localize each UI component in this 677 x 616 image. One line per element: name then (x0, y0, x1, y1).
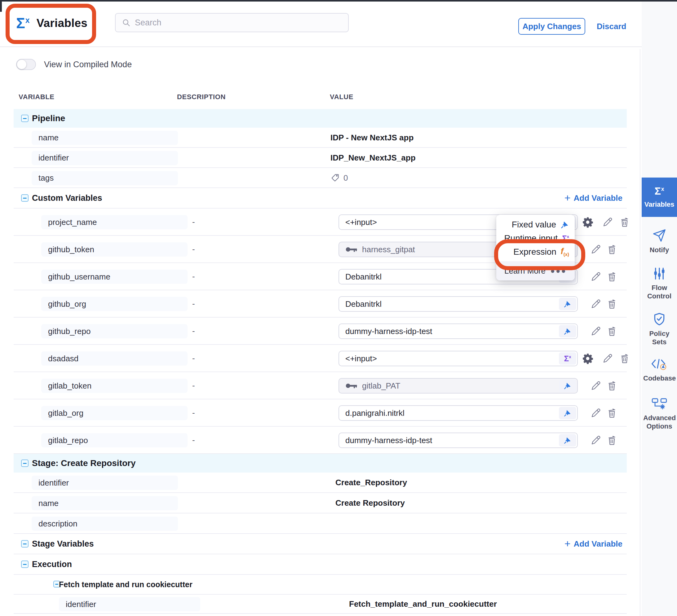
column-header-value: VALUE (330, 93, 353, 101)
field-row-name: nameIDP - New NextJS app (14, 128, 627, 148)
value-input[interactable]: dummy-harness-idp-test (338, 324, 578, 339)
menu-item-expression[interactable]: Expression f(x) (496, 245, 575, 259)
field-row-empty (14, 614, 627, 616)
section-label: Execution (32, 560, 72, 569)
tab-codebase[interactable]: Codebase (642, 357, 677, 383)
collapse-icon[interactable] (21, 540, 29, 548)
edit-variable-button[interactable] (590, 298, 602, 310)
search-input[interactable]: Search (115, 13, 349, 32)
collapse-icon[interactable] (21, 561, 29, 568)
delete-variable-button[interactable] (606, 407, 618, 419)
variable-name-label: project_name (41, 215, 187, 229)
gear-icon[interactable] (582, 216, 594, 228)
edit-variable-button[interactable] (590, 243, 602, 256)
value-input[interactable]: d.panigrahi.nitrkl (338, 405, 578, 421)
compiled-mode-toggle[interactable] (16, 59, 36, 70)
add-variable-button[interactable]: +Add Variable (565, 539, 623, 549)
pencil-icon[interactable] (602, 217, 613, 228)
fixed-value-type-button[interactable] (559, 434, 576, 446)
scrollbar-track[interactable] (640, 49, 640, 616)
field-row-tags: tags0 (14, 168, 627, 188)
variable-name-label: github_org (41, 297, 187, 311)
gear-icon[interactable] (582, 352, 594, 364)
edit-variable-button[interactable] (590, 434, 602, 446)
edit-variable-button[interactable] (601, 216, 614, 228)
collapse-icon[interactable] (21, 460, 29, 467)
pencil-icon[interactable] (602, 353, 613, 364)
variable-name-label: dsadasd (41, 351, 187, 366)
pencil-icon[interactable] (590, 244, 601, 255)
fixed-value-type-button[interactable] (559, 407, 576, 419)
tab-variables[interactable]: Σx Variables (642, 178, 677, 217)
fixed-value-type-button[interactable] (559, 380, 576, 392)
pin-icon (563, 327, 572, 335)
variable-name-label: identifier (32, 476, 178, 490)
pencil-icon[interactable] (590, 298, 601, 310)
fixed-value-type-button[interactable] (559, 298, 576, 310)
collapse-icon[interactable] (21, 194, 29, 202)
variable-value: 0 (330, 173, 348, 183)
trash-icon[interactable] (606, 435, 618, 446)
description-placeholder: - (192, 299, 195, 309)
edit-variable-button[interactable] (601, 352, 614, 365)
pencil-icon[interactable] (590, 271, 601, 282)
delete-variable-button[interactable] (606, 243, 618, 256)
menu-item-fixed-value[interactable]: Fixed value (496, 218, 575, 232)
section-row-pipeline: Pipeline (14, 109, 627, 128)
value-input[interactable]: Debanitrkl (338, 296, 578, 312)
trash-icon[interactable] (619, 217, 630, 228)
variable-value: Create Repository (335, 498, 405, 508)
learn-more-row[interactable]: Learn More ●●● (496, 261, 575, 280)
tab-flow-control[interactable]: Flow Control (642, 267, 677, 300)
value-input[interactable]: dummy-harness-idp-test (338, 433, 578, 448)
delete-variable-button[interactable] (619, 216, 631, 228)
pin-icon (563, 300, 572, 308)
add-variable-button[interactable]: +Add Variable (565, 193, 623, 203)
trash-icon[interactable] (606, 271, 618, 282)
variable-name-label: gitlab_token (41, 379, 187, 393)
column-header-description: DESCRIPTION (177, 93, 226, 101)
trash-icon[interactable] (606, 408, 618, 419)
delete-variable-button[interactable] (606, 298, 618, 310)
trash-icon[interactable] (606, 380, 618, 391)
edit-variable-button[interactable] (590, 380, 602, 392)
edit-variable-button[interactable] (590, 325, 602, 337)
fixed-value-type-button[interactable] (559, 325, 576, 337)
trash-icon[interactable] (606, 298, 618, 310)
description-placeholder: - (192, 408, 195, 418)
tab-policy-sets[interactable]: Policy Sets (642, 312, 677, 346)
variable-name-label: github_repo (41, 324, 187, 338)
menu-item-runtime-input[interactable]: Runtime input Σx (496, 232, 575, 245)
trash-icon[interactable] (606, 326, 618, 337)
apply-changes-button[interactable]: Apply Changes (518, 18, 585, 35)
value-type-dropdown: Fixed value Runtime input Σx Expression … (496, 215, 575, 280)
sigma-x-icon: Σx (16, 16, 30, 31)
trash-icon[interactable] (606, 244, 618, 255)
pencil-icon[interactable] (590, 435, 601, 446)
delete-variable-button[interactable] (606, 325, 618, 337)
subsection-row-stage-variables: Stage Variables+Add Variable (14, 534, 627, 554)
delete-variable-button[interactable] (619, 352, 631, 365)
description-placeholder: - (192, 326, 195, 336)
delete-variable-button[interactable] (606, 434, 618, 446)
trash-icon[interactable] (619, 353, 630, 364)
tab-notify[interactable]: Notify (642, 229, 677, 254)
variable-name-label: github_token (41, 242, 187, 256)
collapse-icon[interactable] (21, 115, 29, 122)
variable-settings-button[interactable] (582, 216, 594, 228)
field-row-identifier: identifierFetch_template_and_run_cookiec… (14, 595, 627, 614)
delete-variable-button[interactable] (606, 380, 618, 392)
delete-variable-button[interactable] (606, 271, 618, 283)
variable-settings-button[interactable] (582, 352, 594, 365)
edit-variable-button[interactable] (590, 271, 602, 283)
pencil-icon[interactable] (590, 326, 601, 337)
variable-row-gitlab_repo: gitlab_repo-dummy-harness-idp-test (14, 427, 627, 454)
runtime-input-type-button[interactable]: Σx (559, 352, 576, 365)
value-input[interactable]: <+input>Σx (338, 351, 578, 366)
tab-advanced-options[interactable]: Advanced Options (642, 397, 677, 431)
edit-variable-button[interactable] (590, 407, 602, 419)
discard-button[interactable]: Discard (597, 18, 626, 35)
value-input[interactable]: gitlab_PAT (338, 378, 578, 393)
pencil-icon[interactable] (590, 380, 601, 391)
pencil-icon[interactable] (590, 408, 601, 419)
